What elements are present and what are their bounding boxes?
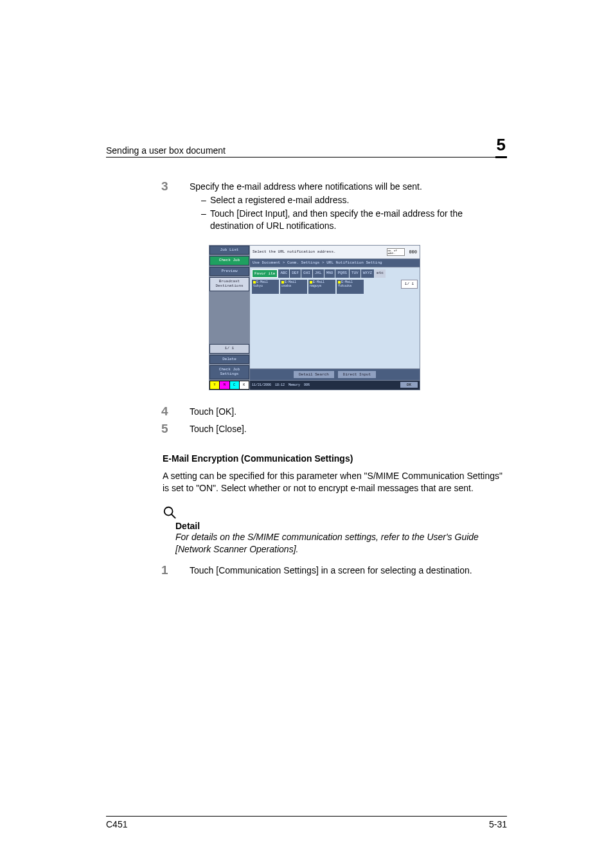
tab-wxyz[interactable]: WXYZ [361, 269, 374, 278]
breadcrumb: Use Document > Comm. Settings > URL Noti… [250, 259, 420, 267]
tab-etc[interactable]: etc [375, 269, 386, 278]
encryption-heading: E-Mail Encryption (Communication Setting… [163, 453, 507, 464]
address-card-fukuoka[interactable]: E-Mailfukuoka [337, 280, 364, 294]
tab-abc[interactable]: ABC [278, 269, 289, 278]
step-5: 5 Touch [Close]. [106, 422, 507, 437]
alpha-tabs: Favor ite ABC DEF GHI JKL MNO PQRS TUV W… [252, 269, 418, 278]
check-job-tab[interactable]: Check Job [209, 256, 249, 266]
step-number: 4 [106, 404, 190, 419]
tab-def[interactable]: DEF [290, 269, 301, 278]
tab-jkl[interactable]: JKL [313, 269, 324, 278]
step-number: 3 [106, 179, 190, 194]
check-job-settings-button[interactable]: Check Job Settings [209, 365, 249, 379]
step-subitem: Touch [Direct Input], and then specify t… [201, 208, 507, 232]
device-screenshot: Job List Check Job Preview Broadcast Des… [209, 245, 420, 390]
step-1: 1 Touch [Communication Settings] in a sc… [106, 563, 507, 578]
step-subitem: Select a registered e-mail address. [201, 194, 507, 206]
step-text: Touch [OK]. [190, 406, 507, 417]
address-card-osaka[interactable]: E-Mailosaka [280, 280, 307, 294]
footer-model: C451 [106, 819, 127, 829]
page-footer: C451 5-31 [106, 816, 507, 829]
job-list-button[interactable]: Job List [209, 246, 249, 255]
main-page-indicator: 1/ 1 [401, 280, 418, 289]
footer-pageno: 5-31 [489, 819, 507, 829]
address-card-tokyo[interactable]: E-Mailtokyo [252, 280, 279, 294]
tab-ghi[interactable]: GHI [301, 269, 312, 278]
prompt-text: Select the URL notification address. [253, 249, 336, 254]
step-3: 3 Specify the e-mail address where notif… [106, 179, 507, 240]
page-header: Sending a user box document 5 [106, 135, 507, 158]
step-number: 1 [106, 563, 190, 577]
magnifier-icon [163, 505, 177, 520]
status-time: 18:12 [275, 383, 285, 387]
toner-indicator: Y M C K [209, 381, 249, 390]
step-text: Touch [Close]. [190, 424, 507, 434]
broadcast-dest-label: Broadcast Destinations [209, 277, 249, 291]
addr-count-box: No. of Addr. [387, 248, 405, 256]
prompt-bar: Select the URL notification address. No.… [250, 246, 420, 258]
address-card-nagoya[interactable]: E-Mailnagoya [308, 280, 335, 294]
direct-input-button[interactable]: Direct Input [338, 371, 376, 378]
step-text: Touch [Communication Settings] in a scre… [190, 565, 507, 575]
delete-button[interactable]: Delete [209, 355, 249, 365]
preview-tab[interactable]: Preview [209, 267, 249, 276]
ok-button[interactable]: OK [400, 382, 418, 388]
tab-tuv[interactable]: TUV [350, 269, 360, 278]
detail-note: Detail For details on the S/MIME communi… [163, 505, 507, 556]
svg-line-1 [172, 514, 175, 518]
tab-mno[interactable]: MNO [324, 269, 335, 278]
svg-point-0 [164, 507, 173, 516]
status-date: 11/21/2006 [252, 383, 271, 387]
encryption-paragraph: A setting can be specified for this para… [163, 470, 507, 494]
addr-count-value: 000 [409, 249, 417, 255]
detail-heading: Detail [175, 521, 507, 531]
tab-favorite[interactable]: Favor ite [252, 269, 278, 278]
tab-pqrs[interactable]: PQRS [335, 269, 348, 278]
step-number: 5 [106, 422, 190, 436]
status-mem-label: Memory [289, 383, 300, 387]
status-bar: 11/21/2006 18:12 Memory 99% OK [250, 381, 420, 390]
detail-body: For details on the S/MIME communication … [175, 531, 507, 556]
status-mem-pct: 99% [304, 383, 310, 387]
chapter-number: 5 [495, 135, 507, 158]
section-title: Sending a user box document [106, 145, 226, 156]
step-text: Specify the e-mail address where notific… [190, 181, 507, 192]
side-page-indicator: 1/ 1 [209, 344, 249, 354]
detail-search-button[interactable]: Detail Search [294, 371, 334, 378]
step-4: 4 Touch [OK]. [106, 404, 507, 419]
